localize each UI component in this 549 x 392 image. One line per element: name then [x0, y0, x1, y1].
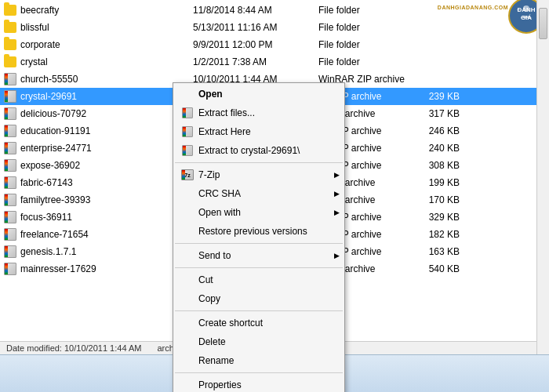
context-menu-item-label: Rename [198, 355, 234, 366]
context-menu-item[interactable]: Extract Here [173, 122, 344, 141]
file-date: 5/13/2011 11:16 AM [193, 22, 318, 33]
archive-icon [3, 159, 17, 172]
folder-icon [3, 21, 17, 34]
context-menu-separator [175, 310, 343, 311]
file-type: File folder [318, 39, 413, 50]
context-menu-item[interactable]: Create shortcut [173, 314, 344, 332]
file-size: 239 KB [413, 91, 460, 102]
context-menu-item[interactable]: Open [173, 85, 344, 103]
file-explorer: ĐÁNH GIÁ DANHGIADANANG.COM beecrafty11/8… [0, 0, 549, 392]
context-menu-item-icon [180, 274, 195, 286]
context-menu-item-label: 7-Zip [198, 169, 220, 180]
context-menu-item[interactable]: Restore previous versions [173, 222, 344, 241]
file-type: File folder [318, 56, 413, 67]
context-menu-item-icon [180, 379, 195, 391]
context-menu-separator [175, 162, 343, 163]
context-menu-item-icon [180, 107, 195, 119]
context-menu-item[interactable]: Cut [173, 270, 344, 289]
context-menu-item[interactable]: Copy [173, 289, 344, 308]
context-menu-item[interactable]: Extract to crystal-29691\ [173, 141, 344, 160]
file-size: 170 KB [413, 194, 460, 205]
file-name: delicious-70792 [20, 108, 193, 119]
context-menu-separator [175, 243, 343, 244]
context-menu-item-icon [180, 336, 195, 348]
context-menu-item-icon [180, 187, 195, 200]
context-menu-separator [175, 267, 343, 268]
archive-icon [3, 73, 17, 85]
context-menu-item-label: Open with [198, 207, 241, 218]
context-menu-item-label: Extract to crystal-29691\ [198, 145, 300, 156]
context-menu-item-icon [180, 144, 195, 157]
file-name: mainresser-17629 [20, 263, 193, 274]
context-menu-item[interactable]: 7z7-Zip [173, 165, 344, 184]
watermark: ĐÁNH GIÁ DANHGIADANANG.COM [455, 0, 549, 31]
file-size: 199 KB [413, 177, 460, 188]
file-size: 329 KB [413, 212, 460, 223]
context-menu-item-label: Delete [198, 336, 226, 347]
context-menu-separator [175, 372, 343, 373]
context-menu-item[interactable]: Rename [173, 351, 344, 370]
archive-icon [3, 176, 17, 189]
file-size: 163 KB [413, 246, 460, 257]
context-menu-item-icon [180, 317, 195, 329]
context-menu-item-label: Restore previous versions [198, 226, 307, 237]
archive-icon [3, 90, 17, 103]
file-size: 182 KB [413, 229, 460, 240]
file-name: education-91191 [20, 125, 193, 136]
archive-icon [3, 194, 17, 206]
context-menu-item-label: Properties [198, 379, 242, 390]
context-menu-item-icon [180, 292, 195, 305]
context-menu-item-icon [180, 206, 195, 219]
file-type: File folder [318, 22, 413, 33]
context-menu-item-icon [180, 354, 195, 367]
file-name: freelance-71654 [20, 229, 193, 240]
context-menu-item-label: Extract Here [198, 126, 251, 137]
context-menu-item-icon [180, 88, 195, 100]
file-name: crystal-29691 [20, 91, 193, 102]
status-modified: Date modified: 10/10/2011 1:44 AM [6, 343, 141, 353]
context-menu-item-icon [180, 249, 195, 262]
file-name: familytree-39393 [20, 194, 193, 205]
context-menu-item-icon [180, 225, 195, 238]
context-menu-item[interactable]: Properties [173, 376, 344, 392]
folder-icon [3, 4, 17, 16]
archive-icon [3, 263, 17, 275]
context-menu-item-label: CRC SHA [198, 188, 241, 199]
file-name: expose-36902 [20, 160, 193, 171]
context-menu-item[interactable]: Open with [173, 203, 344, 222]
context-menu: OpenExtract files...Extract HereExtract … [173, 82, 345, 392]
archive-icon [3, 107, 17, 120]
file-name: enterprise-24771 [20, 143, 193, 154]
file-row[interactable]: crystal1/2/2011 7:38 AMFile folder [0, 53, 549, 71]
file-name: blissful [20, 22, 193, 33]
folder-icon [3, 38, 17, 51]
archive-icon [3, 125, 17, 137]
archive-icon [3, 142, 17, 154]
file-name: corporate [20, 39, 193, 50]
file-date: 9/9/2011 12:00 PM [193, 39, 318, 50]
context-menu-item[interactable]: Delete [173, 332, 344, 351]
scrollbar-thumb[interactable] [539, 8, 547, 39]
watermark-text: DANHGIADANANG.COM [438, 5, 508, 10]
file-name: beecrafty [20, 5, 193, 16]
context-menu-item[interactable]: Extract files... [173, 103, 344, 122]
context-menu-item-label: Send to [198, 250, 231, 261]
context-menu-item[interactable]: Send to [173, 246, 344, 265]
context-menu-item-label: Cut [198, 274, 213, 285]
file-row[interactable]: corporate9/9/2011 12:00 PMFile folder [0, 36, 549, 53]
context-menu-item-icon: 7z [180, 169, 195, 181]
context-menu-item[interactable]: CRC SHA [173, 184, 344, 203]
file-name: fabric-67143 [20, 177, 193, 188]
folder-icon [3, 56, 17, 68]
file-size: 317 KB [413, 108, 460, 119]
file-size: 240 KB [413, 143, 460, 154]
file-name: genesis.1.7.1 [20, 246, 193, 257]
file-date: 1/2/2011 7:38 AM [193, 56, 318, 67]
archive-icon [3, 245, 17, 258]
scrollbar[interactable] [536, 0, 549, 354]
context-menu-item-label: Copy [198, 293, 220, 304]
file-size: 540 KB [413, 263, 460, 274]
file-name: focus-36911 [20, 212, 193, 223]
file-type: File folder [318, 5, 413, 16]
file-date: 11/8/2014 8:44 AM [193, 5, 318, 16]
